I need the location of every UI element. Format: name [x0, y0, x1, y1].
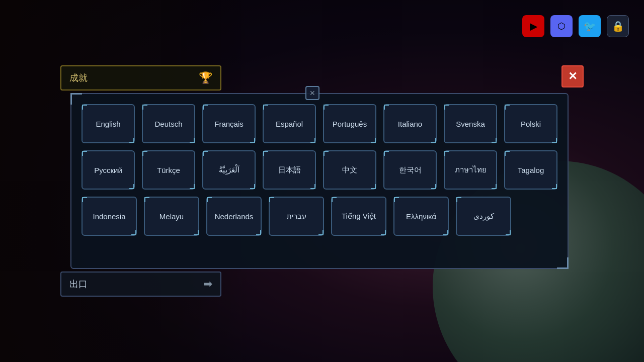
modal-close-button[interactable]: ✕: [305, 86, 319, 100]
exit-label: 出口: [69, 278, 88, 290]
lang-button-japanese[interactable]: 日本語: [263, 150, 316, 190]
trophy-icon: 🏆: [199, 71, 212, 84]
exit-icon: ➡: [203, 278, 212, 291]
youtube-button[interactable]: ▶: [522, 15, 544, 37]
lang-button-thai[interactable]: ภาษาไทย: [444, 150, 497, 190]
achievement-label: 成就: [69, 72, 88, 84]
social-bar: ▶ ⬡ 🐦 🔒: [522, 15, 629, 37]
lang-button-tagalog[interactable]: Tagalog: [504, 150, 557, 190]
language-row-3: IndonesiaMelayuNederlandsעבריתTiếng Việt…: [82, 197, 557, 236]
lang-button-vietnamese[interactable]: Tiếng Việt: [331, 197, 386, 236]
modal-close-icon: ✕: [309, 89, 315, 97]
discord-icon: ⬡: [557, 21, 566, 32]
close-icon: ✕: [568, 70, 577, 83]
close-button[interactable]: ✕: [561, 65, 584, 87]
lang-button-italiano[interactable]: Italiano: [383, 104, 437, 143]
lang-button-svenska[interactable]: Svenska: [444, 104, 497, 143]
lang-button-korean[interactable]: 한국어: [383, 150, 437, 190]
language-row-2: РусскийTürkçeاَلْعَرَبِيَّةُ日本語中文한국어ภาษา…: [82, 150, 557, 190]
lang-button-francais[interactable]: Français: [202, 104, 256, 143]
lang-button-greek[interactable]: Ελληνικά: [393, 197, 449, 236]
youtube-icon: ▶: [530, 20, 537, 32]
lang-button-english[interactable]: English: [82, 104, 135, 143]
lang-button-melayu[interactable]: Melayu: [144, 197, 199, 236]
lang-button-kurdish[interactable]: كوردی: [456, 197, 511, 236]
twitter-button[interactable]: 🐦: [579, 15, 601, 37]
lang-button-turkish[interactable]: Türkçe: [142, 150, 195, 190]
achievement-button[interactable]: 成就 🏆: [60, 65, 221, 90]
language-modal: ✕ EnglishDeutschFrançaisEspañolPortuguês…: [70, 93, 569, 269]
lang-button-russian[interactable]: Русский: [82, 150, 135, 190]
lang-button-chinese[interactable]: 中文: [323, 150, 376, 190]
exit-button[interactable]: 出口 ➡: [60, 272, 221, 297]
lock-button[interactable]: 🔒: [607, 15, 629, 37]
lang-button-indonesia[interactable]: Indonesia: [82, 197, 137, 236]
lang-button-espanol[interactable]: Español: [263, 104, 316, 143]
lang-button-polski[interactable]: Polski: [504, 104, 557, 143]
language-row-1: EnglishDeutschFrançaisEspañolPortuguêsIt…: [82, 104, 557, 143]
discord-button[interactable]: ⬡: [550, 15, 573, 37]
lang-button-arabic[interactable]: اَلْعَرَبِيَّةُ: [202, 150, 256, 190]
twitter-icon: 🐦: [584, 20, 596, 32]
lang-button-deutsch[interactable]: Deutsch: [142, 104, 195, 143]
lang-button-nederlands[interactable]: Nederlands: [206, 197, 262, 236]
lang-button-hebrew[interactable]: עברית: [269, 197, 324, 236]
lock-icon: 🔒: [612, 20, 624, 32]
lang-button-portugues[interactable]: Português: [323, 104, 376, 143]
